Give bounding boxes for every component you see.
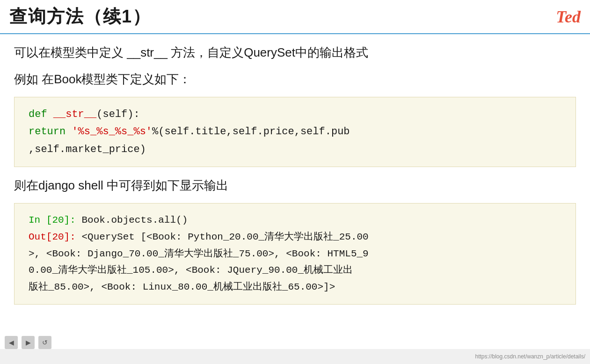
footer-url: https://blog.csdn.net/wanzn_p/article/de…: [475, 353, 585, 360]
nav-forward-button[interactable]: ▶: [22, 336, 35, 349]
footer-bar: https://blog.csdn.net/wanzn_p/article/de…: [0, 349, 590, 364]
code-block-str-method: def __str__(self): return '%s_%s_%s_%s'%…: [14, 97, 576, 167]
nav-back-button[interactable]: ◀: [5, 336, 18, 349]
page-title: 查询方法（续1）: [9, 5, 151, 29]
shell-out-label: Out[20]:: [29, 232, 76, 242]
keyword-def: def: [29, 109, 47, 120]
shell-in-label: In [20]:: [29, 215, 76, 226]
example-intro: 例如 在Book模型类下定义如下：: [14, 70, 576, 88]
shell-out-code-2: >, <Book: Django_70.00_清华大学出版社_75.00>, <…: [29, 248, 369, 259]
shell-out-code-3: 0.00_清华大学出版社_105.00>, <Book: JQuery_90.0…: [29, 265, 353, 276]
shell-output-line-2: >, <Book: Django_70.00_清华大学出版社_75.00>, <…: [29, 246, 561, 262]
code-line-1: def __str__(self):: [29, 106, 561, 123]
format-args-2: ,self.market_price): [29, 144, 146, 155]
nav-refresh-button[interactable]: ↺: [38, 336, 51, 349]
description-line1: 可以在模型类中定义 __str__ 方法，自定义QuerySet中的输出格式: [14, 44, 576, 62]
format-args-1: %(self.title,self.price,self.pub: [152, 126, 350, 138]
code-line-2: return '%s_%s_%s_%s'%(self.title,self.pr…: [29, 123, 561, 140]
shell-output-line-4: 版社_85.00>, <Book: Linux_80.00_机械工业出版社_65…: [29, 279, 561, 296]
shell-intro: 则在django shell 中可得到如下显示输出: [14, 176, 576, 195]
shell-out-code-1: <QuerySet [<Book: Python_20.00_清华大学出版社_2…: [76, 232, 369, 242]
main-content: 可以在模型类中定义 __str__ 方法，自定义QuerySet中的输出格式 例…: [0, 34, 590, 319]
shell-output-line-1: Out[20]: <QuerySet [<Book: Python_20.00_…: [29, 229, 561, 246]
header: 查询方法（续1） Ted: [0, 0, 590, 34]
ted-logo: Ted: [556, 7, 581, 27]
format-string: '%s_%s_%s_%s': [66, 126, 152, 138]
code-line-3: ,self.market_price): [29, 141, 561, 158]
nav-controls: ◀ ▶ ↺: [5, 336, 51, 349]
shell-output-block: In [20]: Book.objects.all() Out[20]: <Qu…: [14, 203, 576, 304]
shell-in-code: Book.objects.all(): [76, 215, 188, 226]
method-name: __str__: [47, 109, 97, 120]
shell-out-code-4: 版社_85.00>, <Book: Linux_80.00_机械工业出版社_65…: [29, 282, 335, 292]
shell-output-line-3: 0.00_清华大学出版社_105.00>, <Book: JQuery_90.0…: [29, 262, 561, 279]
shell-input-line: In [20]: Book.objects.all(): [29, 212, 561, 229]
keyword-return: return: [29, 126, 66, 138]
code-params: (self):: [96, 109, 139, 120]
